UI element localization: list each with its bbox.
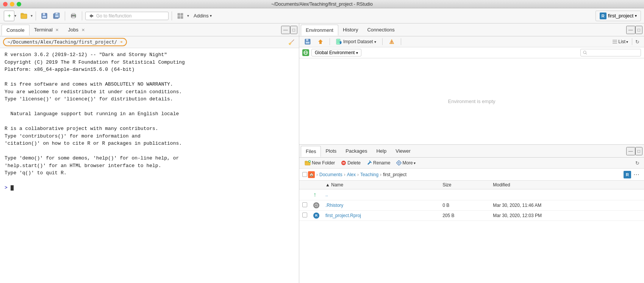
tab-terminal-close[interactable]: ✕ <box>55 28 59 32</box>
home-icon[interactable]: 🏠 <box>308 171 315 178</box>
right-bottom-maximize[interactable]: □ <box>635 147 642 155</box>
tab-files-label: Files <box>306 149 316 154</box>
rproj-name[interactable]: first_project.Rproj <box>322 211 439 221</box>
delete-button[interactable]: Delete <box>339 159 363 166</box>
close-button[interactable] <box>3 2 8 6</box>
sort-icon: ▲ <box>325 182 331 188</box>
env-search-box[interactable] <box>580 49 641 56</box>
tab-help[interactable]: Help <box>372 146 391 156</box>
maximize-button[interactable] <box>17 2 21 6</box>
rhistory-checkbox[interactable] <box>302 202 307 207</box>
svg-rect-20 <box>306 42 309 44</box>
rhistory-name[interactable]: .Rhistory <box>322 200 439 211</box>
breadcrumb-more-button[interactable]: ⋯ <box>632 170 641 179</box>
clear-env-button[interactable] <box>386 38 397 45</box>
breadcrumb-teaching[interactable]: Teaching <box>360 172 378 177</box>
left-panel-maximize[interactable]: □ <box>290 26 297 34</box>
new-folder-button[interactable]: New Folder <box>302 159 337 167</box>
tab-viewer[interactable]: Viewer <box>391 146 415 156</box>
window-controls <box>3 2 21 6</box>
rproj-icon-cell: R <box>310 211 322 221</box>
parent-link[interactable]: .. <box>325 192 328 197</box>
tab-packages[interactable]: Packages <box>341 146 372 156</box>
new-file-caret: ▾ <box>14 14 16 18</box>
svg-line-36 <box>586 53 587 55</box>
env-tabs: Environment History Connections — □ <box>299 23 644 36</box>
project-button[interactable]: R first_project ▾ <box>596 11 641 21</box>
clear-env-icon <box>389 39 395 45</box>
tab-files[interactable]: Files <box>301 146 321 157</box>
grid-button[interactable] <box>175 11 186 21</box>
parent-name[interactable]: .. <box>322 189 439 200</box>
tab-plots[interactable]: Plots <box>321 146 341 156</box>
save-all-button[interactable] <box>51 11 62 21</box>
svg-point-47 <box>398 162 400 164</box>
list-label: List <box>618 39 625 44</box>
goto-file-box[interactable]: Go to file/function <box>85 12 169 20</box>
tab-console[interactable]: Console <box>2 25 30 36</box>
minimize-button[interactable] <box>10 2 14 6</box>
rproj-checkbox[interactable] <box>302 213 307 217</box>
tab-packages-label: Packages <box>345 148 367 154</box>
rhistory-size: 0 B <box>439 200 490 211</box>
rproj-link[interactable]: first_project.Rproj <box>325 213 361 218</box>
more-button[interactable]: More ▾ <box>394 159 417 166</box>
breadcrumb-checkbox[interactable] <box>302 172 307 177</box>
rproj-check[interactable] <box>299 211 310 221</box>
tab-connections[interactable]: Connections <box>363 25 399 35</box>
import-dataset-label: Import Dataset <box>343 39 373 44</box>
env-right-controls: List ▾ ↻ <box>610 38 641 45</box>
svg-rect-17 <box>181 16 183 19</box>
rename-button[interactable]: Rename <box>364 159 392 166</box>
print-button[interactable] <box>68 11 79 21</box>
tab-history[interactable]: History <box>338 25 363 35</box>
svg-rect-49 <box>399 164 399 166</box>
env-sep2 <box>382 38 383 45</box>
new-file-icon: ＋ <box>4 11 14 21</box>
tab-history-label: History <box>343 27 358 33</box>
env-body: Environment is empty <box>299 58 644 144</box>
console-prompt-symbol: > <box>5 185 8 191</box>
console-line-5: R is free software and comes with ABSOLU… <box>5 81 294 88</box>
breadcrumb-documents[interactable]: Documents <box>319 172 342 177</box>
more-gear-icon <box>396 160 402 166</box>
tab-jobs[interactable]: Jobs ✕ <box>63 25 89 35</box>
tab-jobs-close[interactable]: ✕ <box>81 28 85 32</box>
files-scroll[interactable]: ▲ Name Size Modified ↑ <box>299 181 644 283</box>
rhistory-link[interactable]: .Rhistory <box>325 203 343 208</box>
save-button[interactable] <box>39 11 50 21</box>
r-logo-breadcrumb[interactable]: R <box>624 171 631 178</box>
list-button[interactable]: List ▾ <box>610 38 630 45</box>
save-all-icon <box>53 13 60 19</box>
files-refresh-button[interactable]: ↻ <box>634 159 641 167</box>
tab-terminal[interactable]: Terminal ✕ <box>30 25 64 35</box>
env-save-button[interactable] <box>302 38 313 45</box>
col-name-header[interactable]: ▲ Name <box>322 181 439 189</box>
right-panel: Environment History Connections — □ <box>299 23 644 283</box>
breadcrumb-alex[interactable]: Alex <box>347 172 356 177</box>
rhistory-check[interactable] <box>299 200 310 211</box>
left-panel-minimize[interactable]: — <box>281 26 290 34</box>
new-file-button[interactable]: ＋ ▾ <box>3 9 17 22</box>
right-bottom-minimize[interactable]: — <box>626 147 635 155</box>
right-top-minimize[interactable]: — <box>626 26 635 34</box>
console-body[interactable]: R version 3.6.2 (2019-12-12) -- "Dark an… <box>0 48 299 283</box>
right-top-maximize[interactable]: □ <box>635 26 642 34</box>
list-icon <box>612 39 617 44</box>
env-search-input[interactable] <box>589 50 638 55</box>
tab-terminal-label: Terminal <box>34 27 53 33</box>
files-table: ▲ Name Size Modified ↑ <box>299 181 644 221</box>
files-table-header: ▲ Name Size Modified <box>299 181 644 189</box>
global-env-label: Global Environment <box>315 50 355 55</box>
env-load-button[interactable] <box>315 38 326 45</box>
tab-environment[interactable]: Environment <box>301 25 338 36</box>
open-project-button[interactable] <box>19 11 29 21</box>
global-env-dropdown[interactable]: Global Environment ▾ <box>311 49 361 56</box>
project-label: first_project <box>608 13 633 19</box>
addins-button[interactable]: Addins ▾ <box>191 12 215 20</box>
console-clear-button[interactable]: 🧹 <box>287 39 296 46</box>
console-prompt-line[interactable]: > <box>5 184 294 192</box>
console-header: ~/Documents/Alex/Teaching/first_project/… <box>0 36 299 48</box>
env-refresh-button[interactable]: ↻ <box>634 38 641 45</box>
import-dataset-button[interactable]: Import Dataset ▾ <box>334 38 378 45</box>
